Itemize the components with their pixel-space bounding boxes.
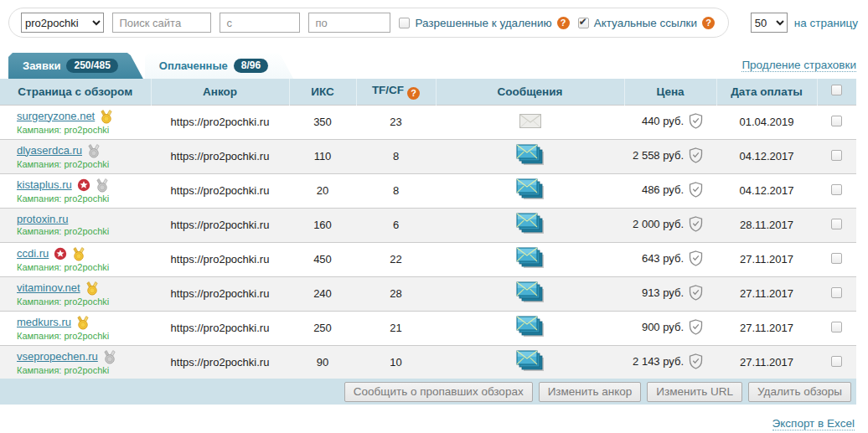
site-link[interactable]: dlyaserdca.ru: [17, 145, 82, 157]
star-badge-icon: [54, 247, 67, 260]
row-checkbox[interactable]: [831, 322, 842, 332]
payment-date: 27.11.2017: [716, 242, 817, 276]
help-icon[interactable]: [702, 17, 715, 29]
report-missing-reviews-button[interactable]: Сообщить о пропавших обзорах: [344, 382, 533, 402]
row-checkbox[interactable]: [831, 356, 842, 367]
row-checkbox[interactable]: [831, 150, 842, 161]
insurance-renewal-link[interactable]: Продление страховки: [741, 59, 856, 72]
tfcf-value: 23: [356, 105, 436, 139]
site-search-input[interactable]: [112, 13, 211, 33]
payment-date: 01.04.2019: [716, 105, 817, 139]
row-checkbox[interactable]: [831, 116, 842, 126]
site-link[interactable]: surgeryzone.net: [17, 111, 95, 123]
site-link[interactable]: vsepropechen.ru: [17, 351, 98, 363]
iks-value: 20: [289, 173, 356, 208]
row-checkbox[interactable]: [831, 253, 842, 264]
change-url-button[interactable]: Изменить URL: [647, 382, 742, 402]
help-icon[interactable]: [557, 17, 570, 29]
messages-unread-stack-icon[interactable]: [516, 213, 545, 237]
payment-date: 27.11.2017: [716, 276, 817, 311]
col-header-iks: ИКС: [289, 79, 356, 105]
insurance-shield-icon: [689, 182, 703, 200]
col-header-tfcf: TF/CF: [356, 79, 436, 105]
insurance-shield-icon: [689, 353, 703, 372]
date-to-input[interactable]: [308, 13, 390, 33]
insurance-shield-icon: [689, 113, 703, 131]
site-link[interactable]: protoxin.ru: [17, 214, 68, 226]
site-link[interactable]: vitaminov.net: [17, 282, 80, 295]
campaign-select[interactable]: pro2pochki: [21, 13, 104, 33]
tab-requests-label: Заявки: [23, 59, 60, 72]
silver-medal-icon: [87, 144, 101, 158]
actual-links-checkbox[interactable]: [578, 18, 589, 28]
site-link[interactable]: ccdi.ru: [17, 248, 49, 260]
col-header-price: Цена: [624, 79, 716, 105]
col-header-messages: Сообщения: [436, 79, 624, 105]
gold-medal-icon: [72, 247, 85, 261]
table-row: surgeryzone.net: [0, 105, 856, 139]
iks-value: 160: [289, 208, 356, 242]
anchor-url: https://pro2pochki.ru: [151, 208, 289, 242]
tfcf-value: 8: [356, 173, 436, 208]
deletable-links-checkbox[interactable]: [399, 18, 410, 28]
actions-bar: Сообщить о пропавших обзорах Изменить ан…: [0, 379, 856, 405]
tfcf-value: 22: [356, 242, 436, 276]
per-page-select[interactable]: 50: [751, 13, 788, 33]
tfcf-value: 28: [356, 276, 436, 311]
messages-unread-stack-icon[interactable]: [516, 178, 545, 203]
anchor-url: https://pro2pochki.ru: [151, 345, 289, 379]
tfcf-value: 6: [356, 208, 436, 242]
top-toolbar: pro2pochki Разрешенные к удалению Актуал…: [0, 0, 868, 38]
col-header-page: Страница с обзором: [0, 79, 151, 105]
table-body: surgeryzone.net: [0, 105, 856, 379]
anchor-url: https://pro2pochki.ru: [151, 105, 289, 139]
help-icon[interactable]: [407, 87, 420, 100]
price-value: 913 руб.: [642, 286, 684, 299]
table-row: vitaminov.net: [0, 276, 856, 311]
silver-medal-icon: [96, 178, 109, 193]
row-checkbox[interactable]: [831, 287, 842, 298]
delete-reviews-button[interactable]: Удалить обзоры: [748, 382, 851, 402]
table-row: kistaplus.ru: [0, 173, 856, 208]
deletable-links-label: Разрешенные к удалению: [415, 17, 551, 29]
row-checkbox[interactable]: [831, 219, 842, 229]
select-all-checkbox[interactable]: [831, 85, 842, 95]
campaign-label: Кампания: pro2pochki: [17, 262, 151, 272]
messages-unread-stack-icon[interactable]: [516, 247, 545, 271]
insurance-shield-icon: [689, 285, 703, 303]
tab-paid[interactable]: Оплаченные 8/96: [145, 53, 293, 79]
filter-pill: pro2pochki Разрешенные к удалению Актуал…: [8, 8, 729, 38]
gold-medal-icon: [76, 316, 90, 330]
table-row: ccdi.ru: [0, 242, 856, 276]
table-row: vsepropechen.ru: [0, 345, 856, 379]
messages-unread-stack-icon[interactable]: [516, 350, 545, 374]
campaign-label: Кампания: pro2pochki: [17, 331, 151, 341]
change-anchor-button[interactable]: Изменить анкор: [539, 382, 642, 402]
anchor-url: https://pro2pochki.ru: [151, 311, 289, 345]
site-link[interactable]: medkurs.ru: [17, 317, 71, 329]
date-from-input[interactable]: [220, 13, 300, 33]
insurance-shield-icon: [689, 216, 703, 235]
silver-medal-icon: [103, 350, 116, 364]
campaign-label: Кампания: pro2pochki: [17, 365, 151, 375]
iks-value: 90: [289, 345, 356, 379]
table-row: protoxin.ru: [0, 208, 856, 242]
table-row: dlyaserdca.ru: [0, 139, 856, 173]
row-checkbox[interactable]: [831, 184, 842, 195]
anchor-url: https://pro2pochki.ru: [151, 242, 289, 276]
messages-unread-stack-icon[interactable]: [516, 316, 545, 340]
site-link[interactable]: kistaplus.ru: [17, 179, 72, 192]
tfcf-value: 8: [356, 139, 436, 173]
tab-requests[interactable]: Заявки 250/485: [8, 53, 143, 79]
iks-value: 350: [289, 105, 356, 139]
export-excel-link[interactable]: Экспорт в Excel: [772, 417, 855, 430]
messages-read-icon[interactable]: [519, 114, 541, 131]
messages-unread-stack-icon[interactable]: [516, 281, 545, 306]
insurance-shield-icon: [689, 319, 703, 338]
messages-unread-stack-icon[interactable]: [516, 144, 545, 168]
col-header-anchor: Анкор: [151, 79, 289, 105]
tab-paid-badge: 8/96: [234, 59, 268, 73]
campaign-label: Кампания: pro2pochki: [17, 226, 151, 236]
tfcf-value: 21: [356, 311, 436, 345]
iks-value: 250: [289, 311, 356, 345]
